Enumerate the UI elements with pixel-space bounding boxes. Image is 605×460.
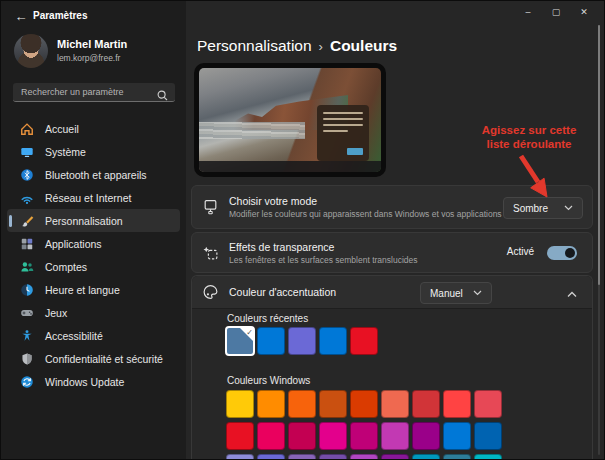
sidebar-item-label: Accessibilité bbox=[45, 330, 103, 342]
scrollbar-thumb[interactable] bbox=[598, 25, 600, 285]
bluetooth-icon bbox=[19, 167, 34, 182]
scrollbar bbox=[598, 25, 600, 455]
sidebar-item-system[interactable]: Système bbox=[7, 140, 180, 163]
windows-colors-grid-row bbox=[226, 454, 502, 460]
sidebar-item-games[interactable]: Jeux bbox=[7, 301, 180, 324]
chevron-down-icon bbox=[564, 205, 573, 211]
transparency-card: Effets de transparence Les fenêtres et l… bbox=[191, 232, 593, 273]
games-icon bbox=[19, 305, 34, 320]
titlebar: ← Paramètres – ▢ ✕ bbox=[1, 1, 604, 31]
preview-sea bbox=[199, 122, 305, 139]
transparency-icon bbox=[202, 244, 219, 261]
sidebar-item-label: Heure et langue bbox=[45, 284, 120, 296]
sidebar-item-label: Applications bbox=[45, 238, 102, 250]
windows-color-swatch[interactable] bbox=[350, 422, 378, 450]
close-button[interactable]: ✕ bbox=[570, 3, 598, 21]
recent-color-swatch[interactable] bbox=[319, 327, 347, 355]
preview-taskbar bbox=[199, 161, 381, 172]
windows-color-swatch[interactable] bbox=[381, 390, 409, 418]
windows-color-swatch[interactable] bbox=[350, 390, 378, 418]
sidebar-item-time-language[interactable]: Heure et langue bbox=[7, 278, 180, 301]
windows-color-swatch[interactable] bbox=[319, 454, 347, 460]
windows-colors-grid bbox=[226, 390, 502, 460]
recent-color-swatch[interactable]: ✓ bbox=[225, 326, 255, 356]
sidebar-item-home[interactable]: Accueil bbox=[7, 117, 180, 140]
sidebar-item-update[interactable]: Windows Update bbox=[7, 370, 180, 393]
sidebar-item-personalization[interactable]: Personnalisation bbox=[7, 209, 180, 232]
sidebar-item-network[interactable]: Réseau et Internet bbox=[7, 186, 180, 209]
windows-color-swatch[interactable] bbox=[381, 454, 409, 460]
sidebar-item-apps[interactable]: Applications bbox=[7, 232, 180, 255]
selected-check-icon: ✓ bbox=[240, 328, 253, 341]
windows-color-swatch[interactable] bbox=[474, 390, 502, 418]
sidebar-item-accounts[interactable]: Comptes bbox=[7, 255, 180, 278]
windows-color-swatch[interactable] bbox=[443, 454, 471, 460]
chevron-down-icon bbox=[473, 290, 482, 296]
windows-color-swatch[interactable] bbox=[350, 454, 378, 460]
windows-color-swatch[interactable] bbox=[412, 422, 440, 450]
sidebar-item-privacy[interactable]: Confidentialité et sécurité bbox=[7, 347, 180, 370]
windows-color-swatch[interactable] bbox=[288, 454, 316, 460]
update-icon bbox=[19, 374, 34, 389]
windows-color-swatch[interactable] bbox=[412, 454, 440, 460]
sidebar-item-label: Jeux bbox=[45, 307, 67, 319]
windows-color-swatch[interactable] bbox=[319, 422, 347, 450]
time-language-icon bbox=[19, 282, 34, 297]
mode-title: Choisir votre mode bbox=[229, 195, 317, 207]
windows-color-swatch[interactable] bbox=[257, 422, 285, 450]
sample-accent-button bbox=[347, 148, 363, 155]
user-name: Michel Martin bbox=[57, 38, 127, 50]
color-mode-icon bbox=[202, 199, 219, 216]
windows-color-swatch[interactable] bbox=[226, 454, 254, 460]
search-input[interactable] bbox=[13, 83, 153, 101]
windows-colors-grid-row bbox=[226, 422, 502, 450]
windows-color-swatch[interactable] bbox=[226, 390, 254, 418]
windows-color-swatch[interactable] bbox=[381, 422, 409, 450]
recent-color-swatch[interactable] bbox=[350, 327, 378, 355]
windows-color-swatch[interactable] bbox=[257, 454, 285, 460]
windows-color-swatch[interactable] bbox=[288, 390, 316, 418]
mode-subtitle: Modifier les couleurs qui apparaissent d… bbox=[229, 209, 502, 219]
windows-color-swatch[interactable] bbox=[474, 422, 502, 450]
mode-dropdown[interactable]: Sombre bbox=[503, 197, 583, 219]
sidebar-item-label: Accueil bbox=[45, 123, 79, 135]
collapse-section-button[interactable] bbox=[564, 285, 580, 301]
sidebar-item-label: Réseau et Internet bbox=[45, 192, 131, 204]
home-icon bbox=[19, 121, 34, 136]
recent-color-swatch[interactable] bbox=[257, 327, 285, 355]
toggle-knob bbox=[565, 248, 575, 258]
recent-color-swatch[interactable] bbox=[288, 327, 316, 355]
personalization-icon bbox=[19, 213, 34, 228]
privacy-icon bbox=[19, 351, 34, 366]
back-button[interactable]: ← bbox=[9, 5, 33, 27]
windows-color-swatch[interactable] bbox=[443, 422, 471, 450]
transparency-title: Effets de transparence bbox=[229, 241, 334, 253]
preview-wallpaper bbox=[199, 68, 381, 172]
maximize-button[interactable]: ▢ bbox=[542, 3, 570, 21]
minimize-button[interactable]: – bbox=[514, 3, 542, 21]
breadcrumb: Personnalisation›Couleurs bbox=[197, 37, 397, 55]
windows-color-swatch[interactable] bbox=[474, 454, 502, 460]
windows-color-swatch[interactable] bbox=[226, 422, 254, 450]
sample-text-line bbox=[323, 118, 363, 120]
sidebar-nav: AccueilSystèmeBluetooth et appareilsRése… bbox=[7, 117, 180, 393]
windows-color-swatch[interactable] bbox=[443, 390, 471, 418]
transparency-toggle[interactable] bbox=[547, 246, 577, 260]
windows-color-swatch[interactable] bbox=[257, 390, 285, 418]
sample-text-line bbox=[323, 112, 363, 114]
accent-header: Couleur d'accentuation Manuel bbox=[192, 276, 592, 309]
accessibility-icon bbox=[19, 328, 34, 343]
breadcrumb-parent[interactable]: Personnalisation bbox=[197, 37, 312, 54]
windows-color-swatch[interactable] bbox=[319, 390, 347, 418]
sidebar-item-bluetooth[interactable]: Bluetooth et appareils bbox=[7, 163, 180, 186]
user-profile[interactable]: Michel Martin lem.korp@free.fr bbox=[14, 33, 179, 69]
accent-mode-dropdown[interactable]: Manuel bbox=[420, 282, 492, 304]
settings-window: ← Paramètres – ▢ ✕ Michel Martin lem.kor… bbox=[0, 0, 605, 460]
sidebar: Michel Martin lem.korp@free.fr AccueilSy… bbox=[1, 1, 186, 460]
accounts-icon bbox=[19, 259, 34, 274]
sample-text-line bbox=[323, 130, 348, 132]
sidebar-item-accessibility[interactable]: Accessibilité bbox=[7, 324, 180, 347]
network-icon bbox=[19, 190, 34, 205]
windows-color-swatch[interactable] bbox=[412, 390, 440, 418]
windows-color-swatch[interactable] bbox=[288, 422, 316, 450]
